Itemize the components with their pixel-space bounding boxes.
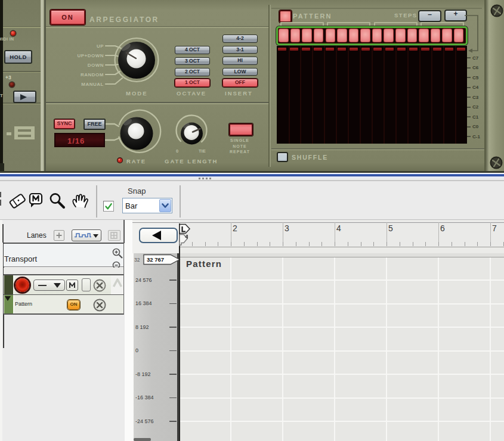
svg-text:1/16: 1/16 (67, 136, 85, 145)
svg-text:32: 32 (134, 257, 140, 263)
svg-text:32 767: 32 767 (147, 256, 164, 263)
